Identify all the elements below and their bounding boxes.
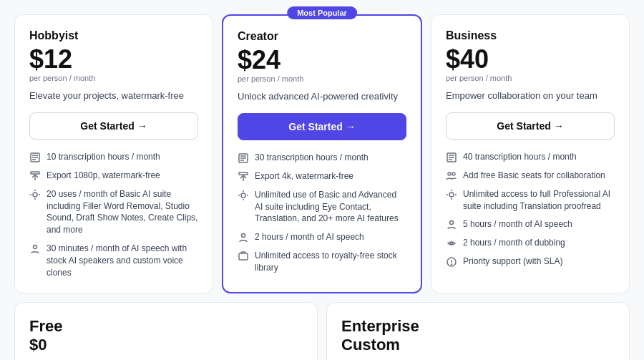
feature-item: 2 hours / month of AI speech <box>238 231 406 243</box>
creator-tagline: Unlock advanced AI-powered creativity <box>238 90 406 103</box>
creator-feature-4: 2 hours / month of AI speech <box>255 231 364 243</box>
speech-icon <box>446 219 457 230</box>
feature-item: Priority support (with SLA) <box>446 256 615 268</box>
hobbyist-tagline: Elevate your projects, watermark-free <box>29 89 198 102</box>
hobbyist-feature-1: 10 transcription hours / month <box>47 151 160 163</box>
creator-feature-5: Unlimited access to royalty-free stock l… <box>255 250 406 274</box>
transcription-icon <box>446 152 457 163</box>
hobbyist-feature-2: Export 1080p, watermark-free <box>47 170 160 182</box>
svg-point-22 <box>452 172 455 175</box>
business-name: Business <box>446 29 615 42</box>
business-feature-6: Priority support (with SLA) <box>463 256 562 268</box>
svg-point-24 <box>450 221 454 225</box>
svg-point-27 <box>452 264 452 265</box>
business-tagline: Empower collaboration on your team <box>446 89 615 102</box>
feature-item: 2 hours / month of dubbing <box>446 237 615 249</box>
business-feature-5: 2 hours / month of dubbing <box>463 237 565 249</box>
svg-rect-5 <box>31 172 39 174</box>
free-plan: Free $0 Get started on your creative jou… <box>14 302 318 360</box>
dubbing-icon <box>446 238 457 249</box>
transcription-icon <box>238 152 249 164</box>
business-feature-4: 5 hours / month of AI speech <box>463 218 572 230</box>
export-icon <box>238 171 249 183</box>
hobbyist-name: Hobbyist <box>29 29 198 42</box>
bottom-plans: Free $0 Get started on your creative jou… <box>14 302 630 360</box>
creator-price: $24 <box>238 46 406 74</box>
speech-icon <box>29 243 41 255</box>
ai-suite-icon <box>238 190 249 201</box>
business-plan: Business $40 per person / month Empower … <box>431 14 630 293</box>
transcription-icon <box>29 152 41 163</box>
svg-point-15 <box>242 234 245 238</box>
feature-item: 40 transcription hours / month <box>446 151 615 163</box>
hobbyist-price: $12 <box>29 45 198 74</box>
business-feature-1: 40 transcription hours / month <box>463 151 577 163</box>
speech-icon <box>238 232 249 243</box>
creator-period: per person / month <box>238 74 406 83</box>
feature-item: Add free Basic seats for collaboration <box>446 170 615 182</box>
svg-point-14 <box>241 193 245 198</box>
svg-point-21 <box>448 172 451 175</box>
feature-item: Export 1080p, watermark-free <box>29 170 198 182</box>
feature-item: Unlimited access to full Professional AI… <box>446 188 615 213</box>
hobbyist-period: per person / month <box>29 74 198 82</box>
support-icon <box>446 256 457 268</box>
business-features: 40 transcription hours / month Add free … <box>446 151 615 268</box>
business-price: $40 <box>446 45 615 74</box>
top-plans: Hobbyist $12 per person / month Elevate … <box>14 14 630 293</box>
feature-item: 30 minutes / month of AI speech with sto… <box>29 243 198 278</box>
hobbyist-feature-4: 30 minutes / month of AI speech with sto… <box>47 243 198 278</box>
hobbyist-features: 10 transcription hours / month Export 10… <box>29 151 198 279</box>
business-feature-2: Add free Basic seats for collaboration <box>463 170 605 182</box>
enterprise-name: Enterprise <box>341 317 615 336</box>
enterprise-price: Custom <box>341 336 615 354</box>
ai-suite-icon <box>446 189 457 200</box>
enterprise-plan: Enterprise Custom Tailored solutions and… <box>326 302 630 360</box>
collaboration-icon <box>446 170 457 182</box>
svg-rect-16 <box>239 253 248 260</box>
creator-feature-2: Export 4k, watermark-free <box>255 170 353 183</box>
feature-item: 20 uses / month of Basic AI suite includ… <box>29 188 198 236</box>
creator-features: 30 transcription hours / month Export 4k… <box>238 152 406 274</box>
svg-point-6 <box>33 193 37 197</box>
svg-rect-13 <box>239 172 248 175</box>
feature-item: 10 transcription hours / month <box>29 151 198 163</box>
feature-item: Unlimited access to royalty-free stock l… <box>238 250 406 274</box>
creator-feature-3: Unlimited use of Basic and Advanced AI s… <box>255 189 406 225</box>
free-name: Free <box>29 317 303 336</box>
creator-feature-1: 30 transcription hours / month <box>255 152 369 164</box>
creator-cta[interactable]: Get Started → <box>238 113 406 140</box>
feature-item: Export 4k, watermark-free <box>238 170 406 183</box>
export-icon <box>29 170 41 182</box>
hobbyist-feature-3: 20 uses / month of Basic AI suite includ… <box>47 188 198 236</box>
pricing-container: Hobbyist $12 per person / month Elevate … <box>14 14 630 360</box>
business-feature-3: Unlimited access to full Professional AI… <box>463 188 615 213</box>
svg-point-25 <box>451 243 453 245</box>
free-price: $0 <box>29 336 303 354</box>
creator-name: Creator <box>238 30 406 43</box>
business-cta[interactable]: Get Started → <box>446 112 615 140</box>
business-period: per person / month <box>446 74 615 82</box>
creator-plan: Most Popular Creator $24 per person / mo… <box>222 14 422 293</box>
ai-suite-icon <box>29 189 41 200</box>
stock-library-icon <box>238 250 249 262</box>
hobbyist-cta[interactable]: Get Started → <box>29 112 198 140</box>
feature-item: 30 transcription hours / month <box>238 152 406 164</box>
popular-badge: Most Popular <box>287 6 357 19</box>
svg-point-7 <box>34 245 37 248</box>
hobbyist-plan: Hobbyist $12 per person / month Elevate … <box>14 14 213 293</box>
svg-point-23 <box>449 193 454 197</box>
feature-item: 5 hours / month of AI speech <box>446 218 615 230</box>
feature-item: Unlimited use of Basic and Advanced AI s… <box>238 189 406 225</box>
